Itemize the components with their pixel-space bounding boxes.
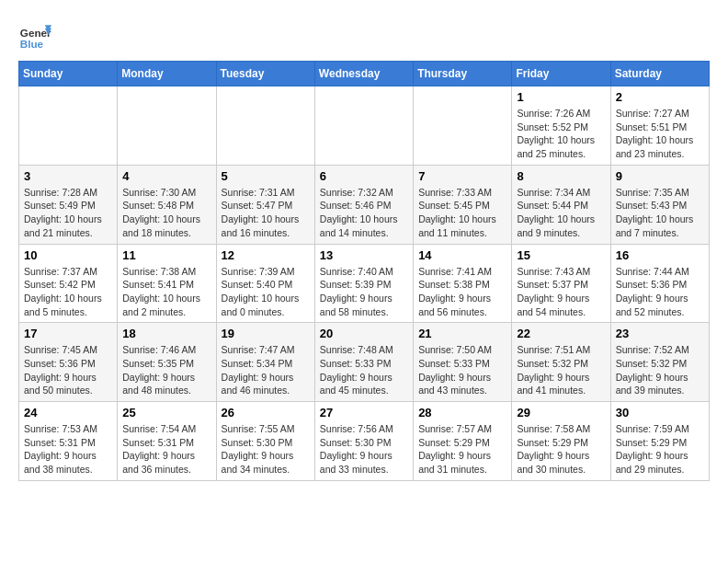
calendar-cell: 23Sunrise: 7:52 AMSunset: 5:32 PMDayligh… [610, 323, 709, 402]
calendar-cell: 12Sunrise: 7:39 AMSunset: 5:40 PMDayligh… [216, 244, 314, 323]
day-number: 22 [517, 327, 605, 340]
calendar-cell: 27Sunrise: 7:56 AMSunset: 5:30 PMDayligh… [314, 402, 413, 481]
day-number: 8 [517, 169, 605, 183]
day-number: 30 [616, 406, 704, 419]
day-info: Sunrise: 7:33 AMSunset: 5:45 PMDaylight:… [418, 186, 506, 240]
calendar-week-row: 10Sunrise: 7:37 AMSunset: 5:42 PMDayligh… [19, 244, 710, 323]
calendar-cell: 18Sunrise: 7:46 AMSunset: 5:35 PMDayligh… [118, 323, 216, 402]
day-number: 3 [24, 169, 112, 183]
calendar-cell: 22Sunrise: 7:51 AMSunset: 5:32 PMDayligh… [512, 323, 610, 402]
day-number: 29 [517, 406, 605, 419]
day-info: Sunrise: 7:59 AMSunset: 5:29 PMDaylight:… [616, 422, 704, 477]
calendar-cell: 28Sunrise: 7:57 AMSunset: 5:29 PMDayligh… [414, 402, 512, 481]
calendar-cell: 25Sunrise: 7:54 AMSunset: 5:31 PMDayligh… [118, 402, 216, 481]
day-info: Sunrise: 7:56 AMSunset: 5:30 PMDaylight:… [320, 422, 408, 477]
calendar-cell: 2Sunrise: 7:27 AMSunset: 5:51 PMDaylight… [610, 86, 709, 166]
day-info: Sunrise: 7:38 AMSunset: 5:41 PMDaylight:… [122, 265, 210, 319]
calendar-cell: 14Sunrise: 7:41 AMSunset: 5:38 PMDayligh… [414, 244, 512, 323]
day-number: 2 [616, 90, 704, 104]
day-number: 20 [320, 327, 408, 340]
calendar-cell: 8Sunrise: 7:34 AMSunset: 5:44 PMDaylight… [512, 165, 610, 244]
calendar-header-row: SundayMondayTuesdayWednesdayThursdayFrid… [19, 62, 710, 86]
day-info: Sunrise: 7:48 AMSunset: 5:33 PMDaylight:… [320, 343, 408, 397]
day-info: Sunrise: 7:55 AMSunset: 5:30 PMDaylight:… [222, 422, 310, 477]
logo: General Blue [18, 18, 57, 52]
svg-text:Blue: Blue [20, 38, 44, 50]
calendar-cell [19, 86, 118, 166]
day-info: Sunrise: 7:26 AMSunset: 5:52 PMDaylight:… [517, 107, 605, 161]
day-info: Sunrise: 7:53 AMSunset: 5:31 PMDaylight:… [24, 422, 112, 477]
day-number: 12 [222, 248, 310, 262]
day-info: Sunrise: 7:32 AMSunset: 5:46 PMDaylight:… [320, 186, 408, 240]
weekday-header-sunday: Sunday [19, 62, 118, 86]
weekday-header-monday: Monday [118, 62, 216, 86]
calendar-cell: 9Sunrise: 7:35 AMSunset: 5:43 PMDaylight… [610, 165, 709, 244]
day-number: 16 [616, 248, 704, 262]
day-info: Sunrise: 7:41 AMSunset: 5:38 PMDaylight:… [418, 265, 506, 319]
calendar-cell [414, 86, 512, 166]
weekday-header-friday: Friday [512, 62, 610, 86]
calendar-cell: 11Sunrise: 7:38 AMSunset: 5:41 PMDayligh… [118, 244, 216, 323]
day-number: 19 [222, 327, 310, 340]
day-number: 17 [24, 327, 112, 340]
calendar-cell: 30Sunrise: 7:59 AMSunset: 5:29 PMDayligh… [610, 402, 709, 481]
page-header: General Blue [18, 18, 710, 52]
day-info: Sunrise: 7:52 AMSunset: 5:32 PMDaylight:… [616, 343, 704, 397]
day-number: 4 [122, 169, 210, 183]
day-info: Sunrise: 7:35 AMSunset: 5:43 PMDaylight:… [616, 186, 704, 240]
day-number: 7 [418, 169, 506, 183]
calendar-cell: 20Sunrise: 7:48 AMSunset: 5:33 PMDayligh… [314, 323, 413, 402]
calendar-cell: 24Sunrise: 7:53 AMSunset: 5:31 PMDayligh… [19, 402, 118, 481]
day-info: Sunrise: 7:31 AMSunset: 5:47 PMDaylight:… [222, 186, 310, 240]
calendar-cell: 17Sunrise: 7:45 AMSunset: 5:36 PMDayligh… [19, 323, 118, 402]
day-info: Sunrise: 7:47 AMSunset: 5:34 PMDaylight:… [222, 343, 310, 397]
day-number: 28 [418, 406, 506, 419]
day-number: 5 [222, 169, 310, 183]
calendar-cell: 16Sunrise: 7:44 AMSunset: 5:36 PMDayligh… [610, 244, 709, 323]
day-info: Sunrise: 7:43 AMSunset: 5:37 PMDaylight:… [517, 265, 605, 319]
calendar-cell: 21Sunrise: 7:50 AMSunset: 5:33 PMDayligh… [414, 323, 512, 402]
day-info: Sunrise: 7:45 AMSunset: 5:36 PMDaylight:… [24, 343, 112, 397]
day-info: Sunrise: 7:44 AMSunset: 5:36 PMDaylight:… [616, 265, 704, 319]
day-info: Sunrise: 7:54 AMSunset: 5:31 PMDaylight:… [122, 422, 210, 477]
day-info: Sunrise: 7:40 AMSunset: 5:39 PMDaylight:… [320, 265, 408, 319]
calendar-cell: 15Sunrise: 7:43 AMSunset: 5:37 PMDayligh… [512, 244, 610, 323]
day-info: Sunrise: 7:30 AMSunset: 5:48 PMDaylight:… [122, 186, 210, 240]
calendar-cell: 7Sunrise: 7:33 AMSunset: 5:45 PMDaylight… [414, 165, 512, 244]
calendar-cell: 5Sunrise: 7:31 AMSunset: 5:47 PMDaylight… [216, 165, 314, 244]
calendar-cell: 6Sunrise: 7:32 AMSunset: 5:46 PMDaylight… [314, 165, 413, 244]
day-number: 9 [616, 169, 704, 183]
day-number: 14 [418, 248, 506, 262]
day-info: Sunrise: 7:34 AMSunset: 5:44 PMDaylight:… [517, 186, 605, 240]
calendar-cell: 13Sunrise: 7:40 AMSunset: 5:39 PMDayligh… [314, 244, 413, 323]
calendar-week-row: 1Sunrise: 7:26 AMSunset: 5:52 PMDaylight… [19, 86, 710, 166]
day-number: 1 [517, 90, 605, 104]
calendar-cell: 4Sunrise: 7:30 AMSunset: 5:48 PMDaylight… [118, 165, 216, 244]
day-info: Sunrise: 7:50 AMSunset: 5:33 PMDaylight:… [418, 343, 506, 397]
day-info: Sunrise: 7:37 AMSunset: 5:42 PMDaylight:… [24, 265, 112, 319]
day-number: 6 [320, 169, 408, 183]
calendar-cell: 3Sunrise: 7:28 AMSunset: 5:49 PMDaylight… [19, 165, 118, 244]
day-info: Sunrise: 7:39 AMSunset: 5:40 PMDaylight:… [222, 265, 310, 319]
day-number: 15 [517, 248, 605, 262]
day-info: Sunrise: 7:27 AMSunset: 5:51 PMDaylight:… [616, 107, 704, 161]
day-number: 10 [24, 248, 112, 262]
calendar-cell [118, 86, 216, 166]
calendar-cell [216, 86, 314, 166]
day-info: Sunrise: 7:58 AMSunset: 5:29 PMDaylight:… [517, 422, 605, 477]
day-number: 27 [320, 406, 408, 419]
day-info: Sunrise: 7:28 AMSunset: 5:49 PMDaylight:… [24, 186, 112, 240]
weekday-header-saturday: Saturday [610, 62, 709, 86]
calendar-table: SundayMondayTuesdayWednesdayThursdayFrid… [18, 61, 710, 481]
calendar-cell: 1Sunrise: 7:26 AMSunset: 5:52 PMDaylight… [512, 86, 610, 166]
day-number: 25 [122, 406, 210, 419]
calendar-week-row: 3Sunrise: 7:28 AMSunset: 5:49 PMDaylight… [19, 165, 710, 244]
day-number: 21 [418, 327, 506, 340]
day-number: 23 [616, 327, 704, 340]
day-info: Sunrise: 7:57 AMSunset: 5:29 PMDaylight:… [418, 422, 506, 477]
calendar-cell: 26Sunrise: 7:55 AMSunset: 5:30 PMDayligh… [216, 402, 314, 481]
logo-icon: General Blue [18, 18, 51, 52]
weekday-header-tuesday: Tuesday [216, 62, 314, 86]
calendar-week-row: 24Sunrise: 7:53 AMSunset: 5:31 PMDayligh… [19, 402, 710, 481]
day-number: 13 [320, 248, 408, 262]
